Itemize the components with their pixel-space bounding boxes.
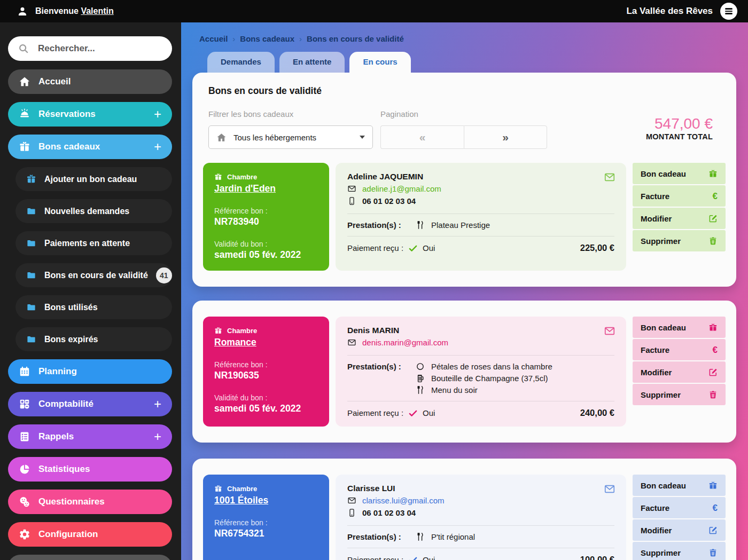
edit-icon bbox=[708, 214, 718, 223]
payment-status: Oui bbox=[423, 555, 435, 560]
main-content: Accueil › Bons cadeaux › Bons en cours d… bbox=[181, 22, 748, 560]
restaurant-icon bbox=[416, 220, 425, 230]
calculator-icon bbox=[19, 398, 30, 410]
filter-label: Filtrer les bons cadeaux bbox=[208, 109, 373, 119]
expand-plus-icon[interactable]: + bbox=[154, 398, 161, 411]
customer-phone: 06 01 02 03 04 bbox=[362, 196, 416, 206]
folder-icon bbox=[26, 302, 36, 312]
send-email-icon[interactable] bbox=[604, 325, 615, 337]
send-email-icon[interactable] bbox=[604, 483, 615, 495]
room-name-link[interactable]: Jardin d'Eden bbox=[214, 183, 318, 194]
bon-cadeau-button[interactable]: Bon cadeau bbox=[633, 317, 726, 338]
facture-button[interactable]: Facture € bbox=[633, 339, 726, 360]
modifier-button[interactable]: Modifier bbox=[633, 519, 726, 541]
customer-name: Denis MARIN bbox=[347, 325, 614, 336]
facture-button[interactable]: Facture € bbox=[633, 185, 726, 207]
room-name-link[interactable]: 1001 Étoiles bbox=[214, 495, 318, 506]
prestation-name: Menu du soir bbox=[431, 385, 478, 395]
room-name-link[interactable]: Romance bbox=[214, 337, 318, 348]
validity-value: samedi 05 fév. 2022 bbox=[214, 403, 318, 414]
supprimer-button[interactable]: Supprimer bbox=[633, 384, 726, 405]
prestations-label: Prestation(s) : bbox=[347, 220, 416, 230]
sidebar-item-bons-en-cours[interactable]: Bons en cours de validité 41 bbox=[15, 263, 172, 287]
sidebar-item-bons-utilises[interactable]: Bons utilisés bbox=[15, 295, 172, 319]
expand-plus-icon[interactable]: + bbox=[154, 140, 161, 153]
modifier-button[interactable]: Modifier bbox=[633, 361, 726, 383]
pagination-next-button[interactable]: » bbox=[464, 125, 547, 149]
gift-icon bbox=[214, 327, 222, 335]
sidebar-item-bons-cadeaux[interactable]: Bons cadeaux + bbox=[8, 135, 172, 159]
search-input[interactable] bbox=[38, 43, 162, 54]
customer-email-link[interactable]: adeline.j1@gmail.com bbox=[362, 184, 441, 193]
prestation-name: P'tit régional bbox=[431, 532, 475, 541]
sidebar-item-paiements-attente[interactable]: Paiements en attente bbox=[15, 231, 172, 255]
sidebar-item-statistiques[interactable]: Statistiques bbox=[8, 457, 172, 482]
voucher-details: Denis MARIN denis.marin@gmail.com Presta… bbox=[336, 317, 626, 427]
reference-value: NR190635 bbox=[214, 370, 318, 381]
sidebar-item-bons-expires[interactable]: Bons expirés bbox=[15, 327, 172, 351]
gift-icon bbox=[214, 485, 222, 493]
bons-panel: Bons en cours de validité Filtrer les bo… bbox=[192, 73, 736, 287]
sidebar-item-planning[interactable]: Planning bbox=[8, 359, 172, 384]
edit-icon bbox=[708, 526, 718, 535]
modifier-button[interactable]: Modifier bbox=[633, 208, 726, 229]
expand-plus-icon[interactable]: + bbox=[154, 108, 161, 121]
hebergement-select[interactable]: Tous les hébergements bbox=[208, 125, 373, 149]
check-icon bbox=[408, 408, 418, 418]
home-icon bbox=[19, 76, 30, 88]
welcome-text: Bienvenue Valentin bbox=[35, 6, 114, 16]
envelope-icon bbox=[347, 184, 356, 193]
sidebar-item-comptabilite[interactable]: Comptabilité + bbox=[8, 392, 172, 416]
customer-email-link[interactable]: denis.marin@gmail.com bbox=[362, 338, 448, 347]
sidebar-item-accueil[interactable]: Accueil bbox=[8, 69, 172, 94]
prestation-name: Pétales de roses dans la chambre bbox=[431, 362, 552, 371]
gift-icon bbox=[26, 174, 36, 184]
check-icon bbox=[408, 243, 418, 253]
total-amount: 547,00 € bbox=[646, 116, 713, 132]
voucher-actions: Bon cadeau Facture € Modifier Supprimer bbox=[633, 317, 726, 405]
voucher-summary: Chambre Romance Référence bon : NR190635… bbox=[203, 317, 329, 427]
folder-icon bbox=[26, 334, 36, 344]
sidebar-item-rappels[interactable]: Rappels + bbox=[8, 424, 172, 449]
prestations-label: Prestation(s) : bbox=[347, 532, 416, 541]
sidebar-item-questionnaires[interactable]: Questionnaires bbox=[8, 490, 172, 514]
total-block: 547,00 € MONTANT TOTAL bbox=[646, 116, 720, 141]
sidebar-item-nouvelles-demandes[interactable]: Nouvelles demandes bbox=[15, 199, 172, 223]
facture-button[interactable]: Facture € bbox=[633, 497, 726, 518]
select-value: Tous les hébergements bbox=[233, 133, 316, 142]
pagination-prev-button[interactable]: « bbox=[380, 125, 464, 149]
supprimer-button[interactable]: Supprimer bbox=[633, 542, 726, 560]
sidebar-item-deconnexion[interactable]: Déconnexion bbox=[8, 555, 172, 560]
folder-icon bbox=[26, 206, 36, 216]
supprimer-button[interactable]: Supprimer bbox=[633, 230, 726, 251]
hamburger-menu-button[interactable] bbox=[720, 3, 737, 20]
euro-icon: € bbox=[713, 345, 718, 354]
breadcrumb-current: Bons en cours de validité bbox=[307, 34, 404, 43]
sidebar-item-reservations[interactable]: Réservations + bbox=[8, 102, 172, 127]
search-box[interactable] bbox=[8, 36, 172, 61]
bon-cadeau-button[interactable]: Bon cadeau bbox=[633, 163, 726, 184]
gift-icon bbox=[214, 173, 222, 181]
total-label: MONTANT TOTAL bbox=[646, 132, 713, 141]
username-link[interactable]: Valentin bbox=[81, 6, 113, 15]
restaurant-icon bbox=[416, 385, 425, 395]
voucher-card: Chambre Romance Référence bon : NR190635… bbox=[203, 317, 726, 427]
customer-email-link[interactable]: clarisse.lui@gmail.com bbox=[362, 496, 445, 505]
prestation-name: Bouteille de Champagne (37,5cl) bbox=[431, 374, 548, 383]
breadcrumb-accueil[interactable]: Accueil bbox=[199, 34, 228, 43]
expand-plus-icon[interactable]: + bbox=[154, 430, 161, 443]
tab-en-attente[interactable]: En attente bbox=[279, 52, 345, 73]
bon-cadeau-button[interactable]: Bon cadeau bbox=[633, 475, 726, 496]
chevron-right-icon: › bbox=[299, 34, 302, 43]
breadcrumb-bons-cadeaux[interactable]: Bons cadeaux bbox=[240, 34, 294, 43]
tab-en-cours[interactable]: En cours bbox=[349, 52, 410, 73]
sidebar-item-configuration[interactable]: Configuration bbox=[8, 522, 172, 547]
sidebar-item-ajouter-bon[interactable]: Ajouter un bon cadeau bbox=[15, 167, 172, 191]
payment-label: Paiement reçu : bbox=[347, 243, 403, 253]
tab-demandes[interactable]: Demandes bbox=[207, 52, 275, 73]
panel-controls: Filtrer les bons cadeaux Tous les héberg… bbox=[203, 109, 726, 149]
send-email-icon[interactable] bbox=[604, 171, 615, 183]
reference-label: Référence bon : bbox=[214, 207, 318, 215]
room-type-label: Chambre bbox=[227, 173, 257, 181]
voucher-actions: Bon cadeau Facture € Modifier Supprimer bbox=[633, 163, 726, 251]
